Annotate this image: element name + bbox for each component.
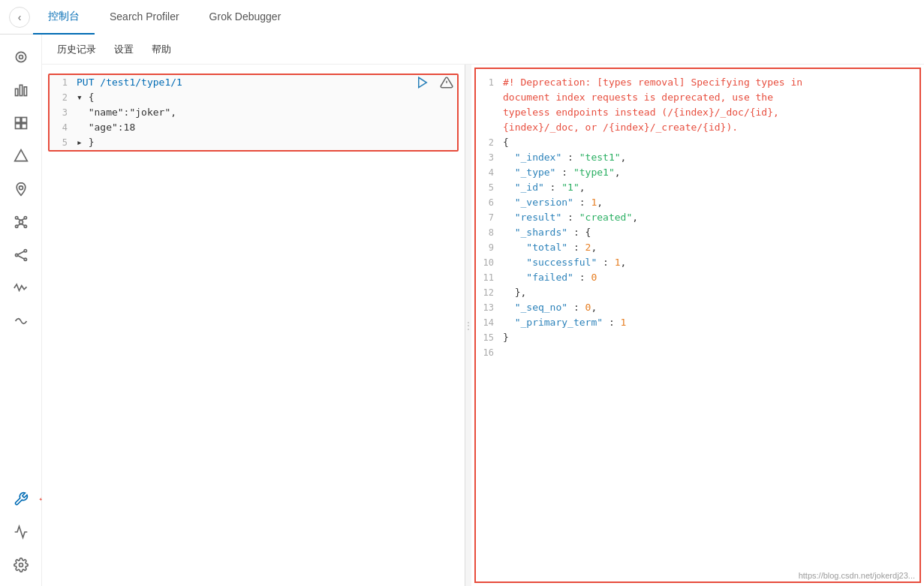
editor-toolbar <box>414 74 456 92</box>
sidebar-icon-management[interactable] <box>6 550 36 580</box>
svg-line-18 <box>17 224 20 226</box>
editor-content[interactable]: 1 PUT /test1/type1/1 2 ▾ { 3 "name":"jok… <box>42 65 465 586</box>
toolbar: 历史记录 设置 帮助 <box>42 35 924 65</box>
svg-rect-8 <box>21 124 26 129</box>
tab-search-profiler[interactable]: Search Profiler <box>95 0 194 35</box>
svg-rect-5 <box>15 118 20 123</box>
svg-rect-3 <box>20 85 22 95</box>
back-button[interactable]: ‹ <box>9 7 30 28</box>
svg-point-20 <box>15 254 17 256</box>
svg-point-21 <box>24 250 26 252</box>
tab-console[interactable]: 控制台 <box>33 0 95 35</box>
svg-rect-7 <box>15 124 20 129</box>
sidebar-icon-apm[interactable] <box>6 273 36 303</box>
sidebar-icon-uptime[interactable] <box>6 306 36 336</box>
pane-divider[interactable]: ⋮ <box>465 65 471 586</box>
svg-marker-9 <box>14 150 27 161</box>
sidebar-icon-maps[interactable] <box>6 174 36 204</box>
svg-line-16 <box>17 219 20 221</box>
sidebar-icon-discover[interactable] <box>6 42 36 72</box>
svg-point-13 <box>24 217 26 219</box>
svg-rect-4 <box>24 87 26 96</box>
response-pane: 1 #! Deprecation: [types removal] Specif… <box>471 65 924 586</box>
svg-line-23 <box>17 251 23 254</box>
svg-point-14 <box>15 225 17 227</box>
svg-line-19 <box>21 224 24 226</box>
settings-button[interactable]: 设置 <box>111 41 137 58</box>
sidebar-icon-dashboard[interactable] <box>6 108 36 138</box>
sidebar: ← <box>0 35 42 586</box>
run-button[interactable] <box>414 74 432 92</box>
help-button[interactable]: 帮助 <box>149 41 174 58</box>
editor-pane: 1 PUT /test1/type1/1 2 ▾ { 3 "name":"jok… <box>42 65 465 586</box>
svg-point-11 <box>19 221 23 224</box>
history-button[interactable]: 历史记录 <box>54 41 99 58</box>
sidebar-icon-canvas[interactable] <box>6 141 36 171</box>
svg-marker-26 <box>419 77 427 88</box>
sidebar-icon-dev-tools[interactable]: ← <box>6 484 36 514</box>
svg-point-25 <box>19 563 23 567</box>
sidebar-icon-monitoring[interactable] <box>6 517 36 547</box>
svg-line-17 <box>21 219 24 221</box>
svg-line-24 <box>17 256 23 259</box>
footer-url: https://blog.csdn.net/jokerdj23... <box>799 571 915 580</box>
svg-rect-6 <box>21 118 26 123</box>
response-content: 1 #! Deprecation: [types removal] Specif… <box>474 68 921 583</box>
svg-point-0 <box>16 52 26 62</box>
svg-point-12 <box>15 217 17 219</box>
tab-grok-debugger[interactable]: Grok Debugger <box>194 0 296 35</box>
sidebar-icon-ml[interactable] <box>6 207 36 237</box>
svg-point-15 <box>24 225 26 227</box>
sidebar-icon-visualize[interactable] <box>6 75 36 105</box>
editor-highlighted-block: 1 PUT /test1/type1/1 2 ▾ { 3 "name":"jok… <box>48 74 459 152</box>
sidebar-icon-graph[interactable] <box>6 240 36 270</box>
svg-point-1 <box>19 56 23 59</box>
svg-point-10 <box>19 186 23 190</box>
svg-rect-2 <box>15 89 17 95</box>
svg-point-22 <box>24 258 26 260</box>
copy-button[interactable] <box>438 74 456 92</box>
